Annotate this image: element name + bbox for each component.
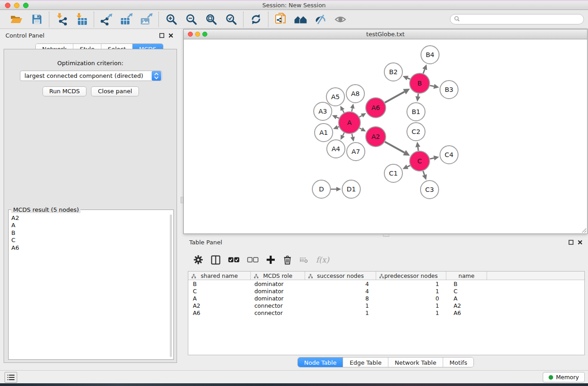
graph-node-A[interactable]: A <box>339 112 360 133</box>
control-panel-title: Control Panel <box>5 32 44 39</box>
svg-text:A1: A1 <box>319 129 328 136</box>
float-table-panel-icon[interactable] <box>569 239 574 246</box>
criterion-dropdown[interactable]: largest connected component (directed) <box>20 71 162 81</box>
search-box[interactable] <box>450 14 584 24</box>
function-builder-icon[interactable]: f(x) <box>316 255 329 264</box>
open-session-icon[interactable] <box>10 12 24 27</box>
zoom-in-icon[interactable] <box>164 12 178 27</box>
graph-node-C1[interactable]: C1 <box>384 164 402 182</box>
close-panel-icon[interactable] <box>168 33 173 39</box>
graph-node-A3[interactable]: A3 <box>314 102 332 120</box>
control-panel: Control Panel Network Style Select MCDS … <box>0 29 180 370</box>
network-graph[interactable]: AA1A2A3A4A5A6A7A8BB1B2B3B4CC1C2C3C4DD1 <box>184 39 587 234</box>
mcds-result-title: MCDS result (5 nodes) <box>11 206 81 213</box>
export-image-icon[interactable] <box>139 12 153 27</box>
table-row[interactable]: Cdominator41C <box>188 287 584 295</box>
zoom-selected-icon[interactable] <box>224 12 238 27</box>
export-table-icon[interactable] <box>119 12 134 27</box>
svg-text:A6: A6 <box>371 104 380 111</box>
svg-text:A2: A2 <box>371 133 380 140</box>
run-mcds-button[interactable]: Run MCDS <box>43 86 86 96</box>
add-column-icon[interactable] <box>266 255 275 264</box>
tab-network-table[interactable]: Network Table <box>388 357 443 367</box>
resize-grip-icon[interactable] <box>581 228 587 233</box>
result-item[interactable]: A6 <box>11 244 168 252</box>
zoom-out-icon[interactable] <box>184 12 198 27</box>
tab-motifs[interactable]: Motifs <box>443 357 473 367</box>
select-all-icon[interactable] <box>228 257 239 262</box>
graph-node-B2[interactable]: B2 <box>384 63 402 81</box>
deselect-all-icon[interactable] <box>247 257 258 262</box>
column-header-name[interactable]: name <box>446 272 487 280</box>
table-row[interactable]: Adominator80A <box>188 295 584 302</box>
graph-node-A6[interactable]: A6 <box>366 98 386 118</box>
task-history-button[interactable] <box>5 372 17 383</box>
table-cell: 1 <box>376 310 446 316</box>
graph-node-A7[interactable]: A7 <box>347 143 365 161</box>
column-header-successor-nodes[interactable]: successor nodes <box>305 272 376 280</box>
graph-node-A4[interactable]: A4 <box>327 140 345 158</box>
table-row[interactable]: A2connector11A2 <box>188 302 584 309</box>
svg-text:D: D <box>319 186 324 193</box>
graph-node-D1[interactable]: D1 <box>342 180 360 198</box>
table-cell: 1 <box>376 302 446 309</box>
graph-node-A1[interactable]: A1 <box>315 124 333 142</box>
float-panel-icon[interactable] <box>159 33 164 39</box>
close-table-panel-icon[interactable] <box>578 239 583 246</box>
graph-node-B1[interactable]: B1 <box>407 103 425 121</box>
column-header-predecessor-nodes[interactable]: predecessor nodes <box>376 272 446 280</box>
memory-button[interactable]: Memory <box>543 372 585 382</box>
svg-text:C1: C1 <box>389 170 397 177</box>
main-toolbar <box>0 10 588 29</box>
node-table-body: Bdominator41BCdominator41CAdominator80AA… <box>188 280 584 316</box>
refresh-view-icon[interactable] <box>249 12 263 27</box>
result-item[interactable]: A2 <box>11 214 168 222</box>
toggle-panel-icon[interactable] <box>211 255 220 265</box>
tab-node-table[interactable]: Node Table <box>298 357 344 367</box>
delete-table-icon[interactable] <box>300 256 308 263</box>
graph-node-C4[interactable]: C4 <box>440 146 458 164</box>
node-table-header: shared name MCDS role successor nodes pr… <box>188 272 584 280</box>
table-cell: 1 <box>376 288 446 295</box>
graph-node-A2[interactable]: A2 <box>366 127 386 147</box>
graph-node-A5[interactable]: A5 <box>326 88 344 106</box>
table-row[interactable]: A6connector11A6 <box>188 309 584 316</box>
import-network-icon[interactable] <box>54 12 69 27</box>
table-cell: 1 <box>376 281 446 287</box>
table-cell: A2 <box>188 302 251 309</box>
graph-node-C3[interactable]: C3 <box>421 181 439 199</box>
network-from-file-icon[interactable] <box>273 12 288 27</box>
graph-node-B3[interactable]: B3 <box>440 81 458 99</box>
graph-node-A8[interactable]: A8 <box>346 85 364 103</box>
search-input[interactable] <box>460 15 583 24</box>
birds-eye-view-icon[interactable] <box>333 12 348 27</box>
svg-text:C4: C4 <box>445 151 453 158</box>
result-scrollbar[interactable] <box>170 214 172 357</box>
toggle-graphics-details-icon[interactable] <box>313 12 328 27</box>
graph-node-B[interactable]: B <box>410 73 430 93</box>
result-item[interactable]: C <box>11 237 168 244</box>
tab-edge-table[interactable]: Edge Table <box>343 357 388 367</box>
mcds-panel: Optimization criterion: largest connecte… <box>4 49 177 363</box>
graph-node-C2[interactable]: C2 <box>407 123 425 141</box>
export-network-icon[interactable] <box>99 12 114 27</box>
graph-node-C[interactable]: C <box>410 151 430 171</box>
delete-columns-icon[interactable] <box>283 255 292 265</box>
result-item[interactable]: A <box>11 222 168 229</box>
graph-node-D[interactable]: D <box>312 180 330 198</box>
table-row[interactable]: Bdominator41B <box>188 280 584 287</box>
table-cell: A <box>446 295 487 302</box>
home-icon[interactable] <box>293 12 308 27</box>
graph-node-B4[interactable]: B4 <box>421 46 439 64</box>
table-cell: C <box>446 288 487 295</box>
column-header-shared-name[interactable]: shared name <box>188 272 251 280</box>
import-table-icon[interactable] <box>74 12 89 27</box>
table-tabs: Node Table Edge Table Network Table Moti… <box>183 357 588 367</box>
zoom-fit-icon[interactable] <box>204 12 218 27</box>
close-panel-button[interactable]: Close panel <box>91 86 139 96</box>
table-settings-icon[interactable] <box>193 255 203 265</box>
save-session-icon[interactable] <box>29 12 44 27</box>
column-header-mcds-role[interactable]: MCDS role <box>251 272 305 280</box>
split-handle-left[interactable] <box>181 197 183 203</box>
result-item[interactable]: B <box>11 229 168 237</box>
